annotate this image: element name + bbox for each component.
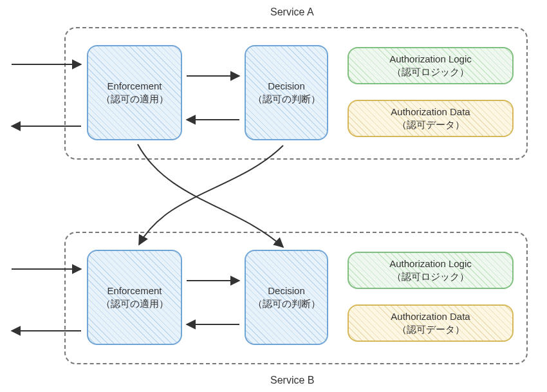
title-service-b: Service B	[270, 375, 314, 386]
box-a-logic: Authorization Logic （認可ロジック）	[348, 47, 514, 84]
label-b-data-en: Authorization Data	[391, 310, 470, 323]
box-b-data: Authorization Data （認可データ）	[348, 304, 514, 342]
label-a-data-jp: （認可データ）	[397, 118, 465, 131]
label-a-decision-jp: （認可の判断）	[253, 93, 320, 106]
label-b-data-jp: （認可データ）	[397, 323, 465, 336]
label-b-enforcement-jp: （認可の適用）	[101, 297, 169, 310]
box-a-decision: Decision （認可の判断）	[245, 45, 328, 140]
label-b-logic-en: Authorization Logic	[389, 257, 472, 270]
box-a-data: Authorization Data （認可データ）	[348, 100, 514, 137]
label-a-enforcement-en: Enforcement	[107, 80, 162, 93]
label-b-logic-jp: （認可ロジック）	[392, 270, 469, 283]
label-b-decision-en: Decision	[268, 285, 305, 297]
box-b-logic: Authorization Logic （認可ロジック）	[348, 252, 514, 289]
label-b-decision-jp: （認可の判断）	[253, 297, 320, 310]
label-a-data-en: Authorization Data	[391, 106, 470, 118]
title-service-a: Service A	[270, 6, 314, 18]
box-a-enforcement: Enforcement （認可の適用）	[87, 45, 182, 140]
label-a-logic-en: Authorization Logic	[389, 53, 472, 66]
label-b-enforcement-en: Enforcement	[107, 285, 162, 297]
arrow-a-dec-to-b-enf	[139, 145, 283, 245]
label-a-decision-en: Decision	[268, 80, 305, 93]
diagram-stage: Service A Service B Enforcement （認可の適用） …	[0, 0, 547, 392]
label-a-enforcement-jp: （認可の適用）	[101, 93, 169, 106]
label-a-logic-jp: （認可ロジック）	[392, 66, 469, 79]
box-b-decision: Decision （認可の判断）	[245, 250, 328, 345]
box-b-enforcement: Enforcement （認可の適用）	[87, 250, 182, 345]
